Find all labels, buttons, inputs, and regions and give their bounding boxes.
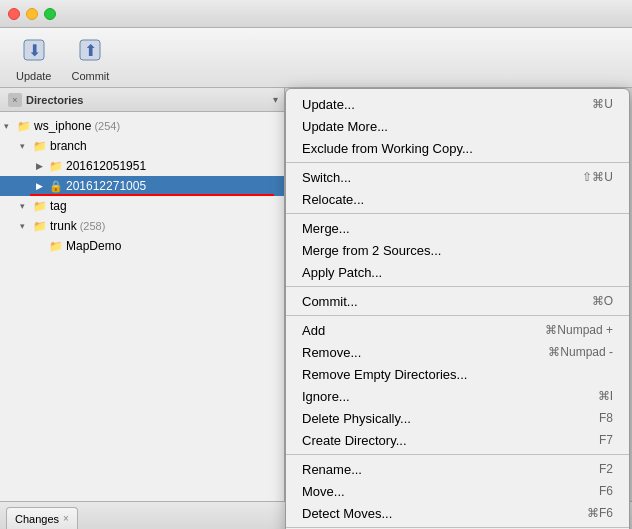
folder-icon: 📁 [32, 198, 48, 214]
file-tree: ▾ 📁 ws_iphone (254) ▾ 📁 branch ▶ 📁 20161… [0, 112, 284, 501]
tree-item-label: 201612051951 [66, 159, 146, 173]
menu-item-delete-physically[interactable]: Delete Physically... F8 [286, 407, 629, 429]
tree-item-branch[interactable]: ▾ 📁 branch [0, 136, 284, 156]
panel-collapse-icon[interactable]: ▾ [273, 94, 278, 105]
fullscreen-button[interactable] [44, 8, 56, 20]
commit-icon: ⬆ [74, 34, 106, 66]
menu-item-label: Merge... [302, 221, 613, 236]
minimize-button[interactable] [26, 8, 38, 20]
menu-item-shortcut: ⌘Numpad - [548, 345, 613, 359]
selection-underline [30, 194, 274, 196]
titlebar [0, 0, 632, 28]
folder-icon: 📁 [48, 158, 64, 174]
menu-item-shortcut: F2 [599, 462, 613, 476]
toggle-trunk[interactable]: ▾ [20, 221, 32, 231]
menu-item-label: Detect Moves... [302, 506, 587, 521]
menu-item-switch[interactable]: Switch... ⇧⌘U [286, 166, 629, 188]
folder-icon: 📁 [32, 218, 48, 234]
tree-item-mapdemo[interactable]: ▶ 📁 MapDemo [0, 236, 284, 256]
tree-item-count: (254) [94, 120, 120, 132]
tab-changes[interactable]: Changes × [6, 507, 78, 529]
tree-item-label: 201612271005 [66, 179, 146, 193]
left-panel: × Directories ▾ ▾ 📁 ws_iphone (254) ▾ 📁 … [0, 88, 285, 501]
menu-item-update-shortcut: ⌘U [592, 97, 613, 111]
menu-item-remove-empty[interactable]: Remove Empty Directories... [286, 363, 629, 385]
panel-header-label: Directories [26, 94, 83, 106]
menu-item-label: Commit... [302, 294, 592, 309]
toggle-ws-iphone[interactable]: ▾ [4, 121, 16, 131]
menu-item-label: Merge from 2 Sources... [302, 243, 613, 258]
tree-item-ws-iphone[interactable]: ▾ 📁 ws_iphone (254) [0, 116, 284, 136]
toolbar: ⬇ Update ⬆ Commit [0, 28, 632, 88]
context-menu: Update... ⌘U Update More... Exclude from… [285, 88, 630, 529]
panel-close-button[interactable]: × [8, 93, 22, 107]
tab-changes-label: Changes [15, 513, 59, 525]
toggle-tag[interactable]: ▾ [20, 201, 32, 211]
folder-lock-icon: 🔒 [48, 178, 64, 194]
tree-item-tag[interactable]: ▾ 📁 tag [0, 196, 284, 216]
menu-item-label: Remove Empty Directories... [302, 367, 613, 382]
menu-item-label: Move... [302, 484, 599, 499]
menu-separator-2 [286, 213, 629, 214]
tree-item-201612051951[interactable]: ▶ 📁 201612051951 [0, 156, 284, 176]
tree-item-201612271005[interactable]: ▶ 🔒 201612271005 [0, 176, 284, 196]
tree-item-label: ws_iphone [34, 119, 91, 133]
folder-icon: 📁 [48, 238, 64, 254]
menu-item-relocate[interactable]: Relocate... [286, 188, 629, 210]
menu-item-label: Rename... [302, 462, 599, 477]
menu-item-commit[interactable]: Commit... ⌘O [286, 290, 629, 312]
tree-item-trunk[interactable]: ▾ 📁 trunk (258) [0, 216, 284, 236]
commit-label: Commit [71, 70, 109, 82]
tree-item-label: trunk [50, 219, 77, 233]
menu-item-update-label: Update... [302, 97, 592, 112]
menu-item-label: Update More... [302, 119, 613, 134]
tree-item-label: MapDemo [66, 239, 121, 253]
traffic-lights [8, 8, 56, 20]
commit-button[interactable]: ⬆ Commit [71, 34, 109, 82]
menu-item-label: Apply Patch... [302, 265, 613, 280]
menu-item-move[interactable]: Move... F6 [286, 480, 629, 502]
menu-item-detect-moves[interactable]: Detect Moves... ⌘F6 [286, 502, 629, 524]
menu-item-shortcut: ⌘O [592, 294, 613, 308]
menu-item-shortcut: F7 [599, 433, 613, 447]
menu-item-shortcut: F6 [599, 484, 613, 498]
menu-item-label: Relocate... [302, 192, 613, 207]
menu-item-merge-2-sources[interactable]: Merge from 2 Sources... [286, 239, 629, 261]
menu-item-label: Add [302, 323, 545, 338]
menu-item-shortcut: ⌘Numpad + [545, 323, 613, 337]
update-icon: ⬇ [18, 34, 50, 66]
menu-item-shortcut: ⇧⌘U [582, 170, 613, 184]
tree-item-label: branch [50, 139, 87, 153]
menu-item-rename[interactable]: Rename... F2 [286, 458, 629, 480]
close-button[interactable] [8, 8, 20, 20]
menu-item-add[interactable]: Add ⌘Numpad + [286, 319, 629, 341]
folder-icon: 📁 [32, 138, 48, 154]
menu-item-apply-patch[interactable]: Apply Patch... [286, 261, 629, 283]
menu-separator-3 [286, 286, 629, 287]
update-button[interactable]: ⬇ Update [16, 34, 51, 82]
tree-item-label: tag [50, 199, 67, 213]
tree-item-count: (258) [80, 220, 106, 232]
menu-item-label: Exclude from Working Copy... [302, 141, 613, 156]
menu-item-update-more[interactable]: Update More... [286, 115, 629, 137]
toggle-201612271005[interactable]: ▶ [36, 181, 48, 191]
menu-item-update[interactable]: Update... ⌘U [286, 93, 629, 115]
menu-separator-4 [286, 315, 629, 316]
menu-item-create-dir[interactable]: Create Directory... F7 [286, 429, 629, 451]
menu-item-merge[interactable]: Merge... [286, 217, 629, 239]
menu-item-label: Remove... [302, 345, 548, 360]
update-label: Update [16, 70, 51, 82]
toggle-201612051951[interactable]: ▶ [36, 161, 48, 171]
menu-item-shortcut: ⌘I [598, 389, 613, 403]
panel-header: × Directories ▾ [0, 88, 284, 112]
menu-item-exclude[interactable]: Exclude from Working Copy... [286, 137, 629, 159]
menu-separator-6 [286, 527, 629, 528]
menu-item-remove[interactable]: Remove... ⌘Numpad - [286, 341, 629, 363]
menu-item-ignore[interactable]: Ignore... ⌘I [286, 385, 629, 407]
menu-item-label: Switch... [302, 170, 582, 185]
tab-changes-close[interactable]: × [63, 513, 69, 524]
menu-item-label: Delete Physically... [302, 411, 599, 426]
toggle-branch[interactable]: ▾ [20, 141, 32, 151]
svg-text:⬇: ⬇ [27, 42, 40, 59]
menu-separator-5 [286, 454, 629, 455]
